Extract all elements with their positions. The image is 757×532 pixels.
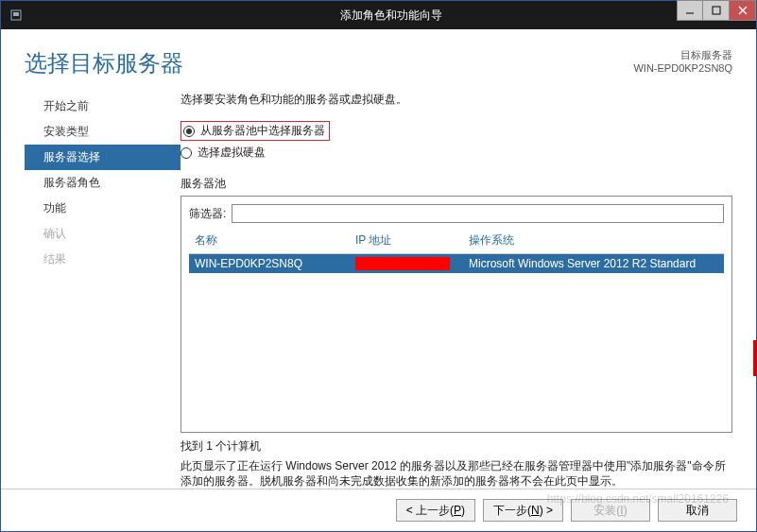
app-icon xyxy=(7,6,26,25)
sidebar-item-server-roles[interactable]: 服务器角色 xyxy=(25,170,181,196)
radio-vhd[interactable] xyxy=(181,147,192,159)
cancel-button[interactable]: 取消 xyxy=(658,499,737,522)
server-pool-box: 筛选器: 名称 IP 地址 操作系统 WIN-EPD0KP2SN8Q Micro… xyxy=(181,196,732,433)
cell-ip xyxy=(355,257,469,270)
sidebar-item-results: 结果 xyxy=(25,247,181,272)
title-bar: 添加角色和功能向导 xyxy=(1,1,756,29)
next-button[interactable]: 下一步(N) > xyxy=(483,499,563,522)
radio-highlight: 从服务器池中选择服务器 xyxy=(181,121,330,141)
found-count: 找到 1 个计算机 xyxy=(181,438,732,455)
sidebar-item-install-type[interactable]: 安装类型 xyxy=(25,119,181,145)
svg-rect-3 xyxy=(713,7,720,14)
maximize-button[interactable] xyxy=(703,0,730,21)
page-description: 此页显示了正在运行 Windows Server 2012 的服务器以及那些已经… xyxy=(181,458,732,489)
svg-rect-1 xyxy=(13,12,19,16)
target-value: WIN-EPD0KP2SN8Q xyxy=(633,61,732,75)
sidebar-item-server-select[interactable]: 服务器选择 xyxy=(25,145,181,170)
target-label: 目标服务器 xyxy=(633,48,732,61)
sidebar-item-confirm: 确认 xyxy=(25,221,181,247)
previous-button[interactable]: < 上一步(P) xyxy=(396,499,475,522)
instruction-text: 选择要安装角色和功能的服务器或虚拟硬盘。 xyxy=(181,92,732,108)
sidebar-item-before[interactable]: 开始之前 xyxy=(25,94,181,119)
table-row[interactable]: WIN-EPD0KP2SN8Q Microsoft Windows Server… xyxy=(189,254,724,273)
filter-input[interactable] xyxy=(232,204,724,223)
cell-os: Microsoft Windows Server 2012 R2 Standar… xyxy=(469,257,718,270)
cell-name: WIN-EPD0KP2SN8Q xyxy=(195,257,355,270)
table-header: 名称 IP 地址 操作系统 xyxy=(189,232,724,253)
page-title: 选择目标服务器 xyxy=(25,48,633,78)
col-os[interactable]: 操作系统 xyxy=(469,232,718,249)
red-edge xyxy=(753,340,757,376)
radio-pool-label: 从服务器池中选择服务器 xyxy=(200,123,325,139)
install-button: 安装(I) xyxy=(571,499,650,522)
target-server-box: 目标服务器 WIN-EPD0KP2SN8Q xyxy=(633,48,732,75)
radio-pool[interactable] xyxy=(183,126,195,137)
col-name[interactable]: 名称 xyxy=(195,232,355,249)
filter-label: 筛选器: xyxy=(189,206,226,222)
window-title: 添加角色和功能向导 xyxy=(26,8,756,24)
pool-label: 服务器池 xyxy=(181,176,732,192)
radio-vhd-label: 选择虚拟硬盘 xyxy=(198,145,266,161)
wizard-button-bar: < 上一步(P) 下一步(N) > 安装(I) 取消 xyxy=(1,489,756,531)
close-button[interactable] xyxy=(730,0,756,21)
ip-redacted xyxy=(355,257,450,270)
col-ip[interactable]: IP 地址 xyxy=(355,232,469,249)
sidebar-item-features[interactable]: 功能 xyxy=(25,196,181,221)
minimize-button[interactable] xyxy=(677,0,703,21)
wizard-sidebar: 开始之前 安装类型 服务器选择 服务器角色 功能 确认 结果 xyxy=(25,88,181,489)
